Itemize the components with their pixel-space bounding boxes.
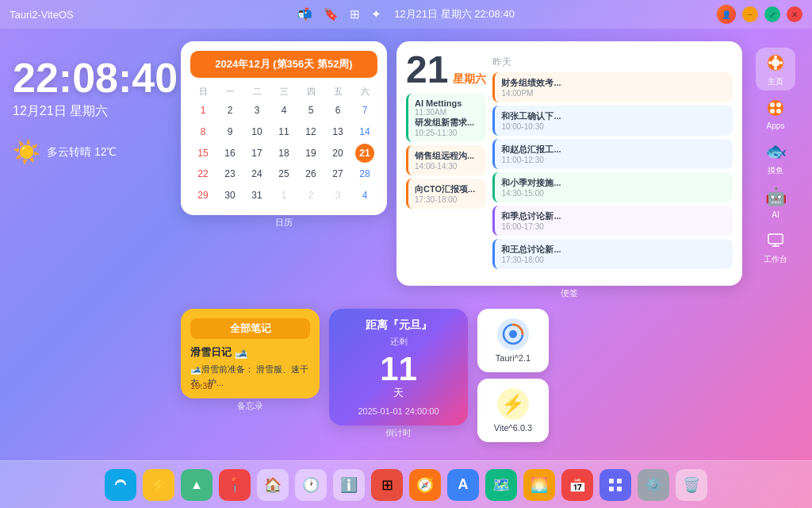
cal-day[interactable]: 28 [352,164,377,184]
edge-taskbar-icon[interactable] [105,469,136,501]
home-taskbar-icon[interactable]: 🏠 [257,469,289,501]
cal-day[interactable]: 20 [325,144,350,164]
memo-event[interactable]: 财务组绩效考... 14:00PM [492,72,733,102]
notes-time: 10:30 [190,381,213,391]
cal-day[interactable]: 9 [217,122,243,142]
cal-day[interactable]: 2 [217,101,243,121]
close-button[interactable]: ✕ [787,6,802,22]
tauri-app-icon[interactable]: Tauri^2.1 [477,309,549,372]
event-title: 销售组远程沟... [415,150,480,162]
cal-day[interactable]: 7 [352,101,377,121]
memo-event[interactable]: 和季总讨论新... 16:00-17:30 [492,206,733,236]
cal-day[interactable]: 3 [325,186,350,206]
cal-today[interactable]: 21 [355,144,374,163]
date-display: 12月21日 星期六 [13,103,171,120]
cal-day[interactable]: 3 [244,101,270,121]
cal-header-tue: 二 [244,84,270,99]
sidebar-item-home[interactable]: 主页 [756,48,795,90]
memo-event[interactable]: 和赵总汇报工... 11:00-12:30 [492,139,733,169]
window-controls: − ⤢ ✕ [742,6,802,22]
left-panel: 22:08:40 12月21日 星期六 ☀️ 多云转晴 12℃ [13,41,171,448]
countdown-widget[interactable]: 距离『元旦』 还剩 11 天 2025-01-01 24:00:00 [329,309,468,425]
notes-widget[interactable]: 全部笔记 滑雪日记 🎿 🎿滑雪前准备： 滑雪服、速干衣、护... 10:30 [181,309,320,398]
cal-day[interactable]: 10 [244,122,270,142]
cal-day[interactable]: 19 [298,144,324,164]
launchpad-taskbar-icon[interactable] [599,469,631,501]
memo-event[interactable]: 和王总讨论新... 17:30-18:00 [492,239,733,269]
cal-day[interactable]: 23 [217,164,243,184]
avatar: 👤 [717,5,736,24]
cal-day[interactable]: 5 [298,101,324,121]
star-icon[interactable]: ✦ [371,7,381,21]
cal-day[interactable]: 11 [271,122,297,142]
cal-day[interactable]: 25 [271,164,297,184]
cal-day[interactable]: 8 [190,122,216,142]
sidebar-label-apps: Apps [767,121,785,130]
memo-event[interactable]: 销售组远程沟... 14:00-14:30 [406,145,486,175]
calendar-grid: 日 一 二 三 四 五 六 1 2 3 4 5 6 7 [190,84,377,206]
cal-day[interactable]: 16 [217,144,243,164]
event-sub: 研发组新需求... [415,117,480,129]
cal-day[interactable]: 24 [244,164,270,184]
cal-day[interactable]: 4 [352,186,377,206]
clock-taskbar-icon[interactable]: 🕐 [295,469,327,501]
cal-day[interactable]: 30 [217,186,243,206]
event-time: 11:30AM [415,108,480,117]
memo-event[interactable]: 和张工确认下... 10:00-10:30 [492,106,733,136]
vite-taskbar-icon[interactable]: ⚡ [143,469,174,501]
cal-day[interactable]: 1 [271,186,297,206]
cal-day[interactable]: 12 [298,122,324,142]
info-taskbar-icon[interactable]: ℹ️ [333,469,365,501]
event-title: 财务组绩效考... [501,77,726,89]
memo-yesterday-col: 昨天 财务组绩效考... 14:00PM 和张工确认下... 10:00-10:… [492,51,733,272]
maximize-button[interactable]: ⤢ [764,6,780,22]
cal-day[interactable]: 17 [244,144,270,164]
svg-point-10 [776,102,781,107]
memo-event[interactable]: 向CTO汇报项... 17:30-18:00 [406,179,486,209]
calendar-header: 2024年12月 (第356天 第52周) [190,51,377,78]
cal-day[interactable]: 27 [325,164,350,184]
sidebar-item-fishing[interactable]: 🐟 摸鱼 [756,137,795,179]
maps2-taskbar-icon[interactable]: 🗺️ [485,469,517,501]
ai-sidebar-icon: 🤖 [764,186,787,208]
safari-taskbar-icon[interactable]: 🧭 [409,469,441,501]
cal-day[interactable]: 22 [190,164,216,184]
cal-day[interactable]: 13 [325,122,350,142]
weather-widget: ☀️ 多云转晴 12℃ [13,139,171,165]
appstore-taskbar-icon[interactable]: A [447,469,479,501]
cal-day[interactable]: 29 [190,186,216,206]
minimize-button[interactable]: − [742,6,758,22]
event-time: 10:00-10:30 [501,122,726,131]
cal-day[interactable]: 6 [325,101,350,121]
grid2-icon[interactable]: ⊞ [350,7,360,21]
svg-point-7 [779,61,783,64]
vue-taskbar-icon[interactable]: ▲ [181,469,213,501]
sidebar-item-workbench[interactable]: 工作台 [756,225,795,268]
cal-day[interactable]: 15 [190,144,216,164]
grid-taskbar-icon[interactable]: ⊞ [371,469,403,501]
sidebar-item-ai[interactable]: 🤖 AI [756,181,795,224]
cal-day[interactable]: 1 [190,101,216,121]
memo-event[interactable]: 和小季对接施... 14:30-15:00 [492,172,733,202]
photos-taskbar-icon[interactable]: 🌅 [523,469,555,501]
right-sidebar: 主页 Apps 🐟 摸鱼 🤖 AI [752,41,799,448]
home-sidebar-icon [764,52,787,74]
prefs-taskbar-icon[interactable]: ⚙️ [638,469,669,501]
event-time: 17:30-18:00 [501,256,726,264]
cal-day-today-cell[interactable]: 21 [352,144,377,164]
calendar-taskbar-icon[interactable]: 📅 [561,469,593,501]
trash-taskbar-icon[interactable]: 🗑️ [676,469,707,501]
bookmark-icon[interactable]: 🔖 [324,7,339,21]
memo-event[interactable]: AI Mettings 11:30AM 研发组新需求... 10:25-11:3… [406,94,486,142]
cal-day[interactable]: 31 [244,186,270,206]
notification-icon[interactable]: 📬 [297,7,312,21]
cal-day[interactable]: 26 [298,164,324,184]
memo-top: 21 星期六 AI Mettings 11:30AM 研发组新需求... 10:… [406,51,733,272]
cal-day[interactable]: 18 [271,144,297,164]
vite-app-icon[interactable]: ⚡ Vite^6.0.3 [477,379,549,442]
cal-day[interactable]: 2 [298,186,324,206]
cal-day[interactable]: 14 [352,122,377,142]
maps-taskbar-icon[interactable]: 📍 [219,469,251,501]
sidebar-item-apps[interactable]: Apps [756,92,795,135]
cal-day[interactable]: 4 [271,101,297,121]
